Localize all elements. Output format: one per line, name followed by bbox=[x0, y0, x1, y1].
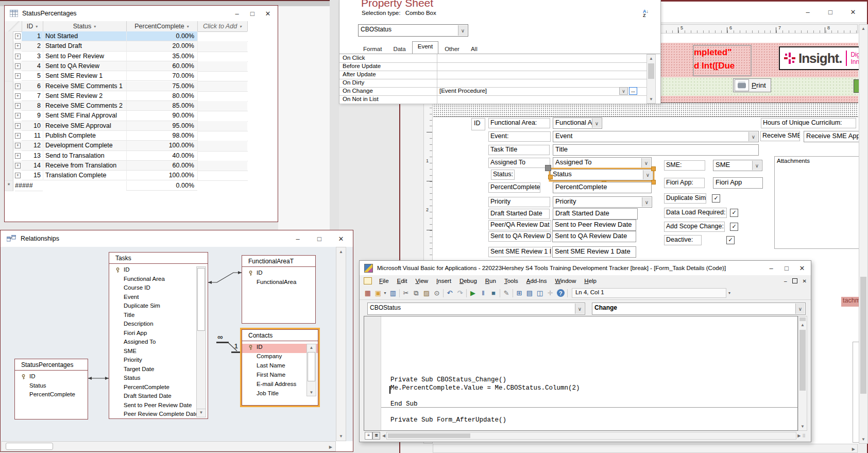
table-window-titlebar[interactable]: StatusPercentages – □ ✕ bbox=[5, 6, 278, 21]
split-handle[interactable] bbox=[799, 317, 806, 321]
rel-horizontal-scrollbar[interactable]: ▶ bbox=[1, 441, 336, 451]
field-combobox[interactable]: Functional A∨ bbox=[553, 118, 602, 129]
scroll-up-icon[interactable]: ▲ bbox=[859, 26, 867, 31]
entity-field[interactable]: Duplicate Sim bbox=[109, 303, 208, 312]
procedure-view-icon[interactable]: ≡ bbox=[365, 432, 372, 440]
tab-all[interactable]: All bbox=[466, 44, 483, 54]
entity-statuspercentages[interactable]: StatusPercentagesIDStatusPercentComplete bbox=[14, 359, 88, 420]
resize-handle[interactable] bbox=[548, 175, 553, 179]
row-selector[interactable]: * bbox=[5, 181, 13, 191]
cell-id[interactable]: 10 bbox=[22, 121, 43, 131]
vba-vertical-scrollbar[interactable]: ▲ ▼ bbox=[798, 316, 807, 431]
entity-tasks[interactable]: TasksIDFunctional AreaCourse IDEventDupl… bbox=[109, 252, 208, 419]
field-textbox[interactable]: Title bbox=[553, 144, 759, 156]
scroll-right-icon[interactable]: ▶ bbox=[852, 447, 855, 451]
row-selector[interactable] bbox=[5, 71, 13, 81]
checkbox-checked[interactable]: ✓ bbox=[730, 223, 738, 231]
entity-field[interactable]: Peer Review Complete Date bbox=[109, 411, 208, 420]
cell-status[interactable]: Receive SME Approval bbox=[43, 121, 126, 131]
cell-id[interactable]: 15 bbox=[22, 171, 43, 180]
table-row[interactable]: +11Publish Complete98.00% bbox=[5, 131, 247, 141]
scroll-down-icon[interactable]: ▼ bbox=[798, 424, 807, 429]
expand-icon[interactable]: + bbox=[15, 163, 21, 169]
design-mode-icon[interactable]: ✎ bbox=[501, 288, 512, 298]
chevron-down-icon[interactable]: ∨ bbox=[752, 161, 761, 170]
table-row[interactable]: +3Sent to Peer Review35.00% bbox=[5, 52, 247, 61]
code-line[interactable]: Me.PercentComplete.Value = Me.CBOStatus.… bbox=[390, 384, 580, 392]
field-combobox[interactable]: Assigned To∨ bbox=[553, 157, 652, 169]
menu-run[interactable]: Run bbox=[481, 276, 500, 286]
entity-field[interactable]: Status bbox=[109, 375, 208, 384]
cell-percentcomplete[interactable]: 20.00% bbox=[126, 41, 197, 51]
row-selector[interactable] bbox=[5, 161, 13, 171]
table-row[interactable]: +6Receive SME Comments 175.00% bbox=[5, 81, 247, 91]
minimize-icon[interactable]: – bbox=[290, 233, 305, 244]
cell-id[interactable]: 1 bbox=[22, 31, 43, 41]
receive-sme-textbox[interactable]: Receive SME Approval Date bbox=[804, 131, 859, 142]
cell-click-to-add[interactable] bbox=[197, 31, 248, 42]
row-selector[interactable] bbox=[5, 101, 13, 111]
entity-field[interactable]: Draft Started Date bbox=[109, 393, 208, 402]
rel-vertical-scrollbar[interactable]: ▲ ▼ bbox=[336, 247, 346, 441]
table-row[interactable]: +12Development Complete100.00% bbox=[5, 141, 247, 150]
table-new-row[interactable]: *#####0.00% bbox=[5, 181, 247, 191]
menu-insert[interactable]: Insert bbox=[432, 276, 455, 286]
scroll-up-icon[interactable]: ▲ bbox=[336, 249, 346, 254]
property-row[interactable]: After Update bbox=[339, 71, 646, 79]
cell-click-to-add[interactable] bbox=[197, 91, 248, 102]
cell-id[interactable]: 14 bbox=[22, 161, 43, 171]
table-row[interactable]: +2Started Draft20.00% bbox=[5, 41, 247, 51]
cell-status[interactable]: Sent SME Review 2 bbox=[43, 91, 126, 101]
menu-edit[interactable]: Edit bbox=[393, 276, 412, 286]
cell-id[interactable]: 11 bbox=[22, 131, 43, 141]
entity-field[interactable]: PercentComplete bbox=[109, 384, 208, 393]
cell-click-to-add[interactable] bbox=[197, 151, 248, 161]
scroll-down-icon[interactable]: ▼ bbox=[647, 97, 655, 102]
entity-field[interactable]: Title bbox=[109, 312, 208, 321]
field-combobox[interactable]: Event∨ bbox=[553, 131, 759, 142]
expand-icon[interactable]: + bbox=[15, 54, 21, 59]
menu-tools[interactable]: Tools bbox=[500, 276, 522, 286]
cell-click-to-add[interactable] bbox=[197, 81, 248, 92]
scroll-up-icon[interactable]: ▲ bbox=[307, 345, 316, 350]
project-explorer-icon[interactable]: ⊞ bbox=[514, 288, 524, 298]
cell-percentcomplete[interactable]: 80.00% bbox=[126, 91, 197, 101]
tab-event[interactable]: Event bbox=[412, 41, 438, 54]
close-icon[interactable]: ✕ bbox=[845, 6, 861, 18]
row-selector[interactable] bbox=[5, 31, 13, 42]
chevron-down-icon[interactable]: ∨ bbox=[592, 119, 601, 128]
close-icon[interactable]: ✕ bbox=[260, 8, 276, 19]
scroll-thumb[interactable] bbox=[197, 268, 205, 331]
code-line[interactable]: Private Sub CBOStatus_Change() bbox=[390, 376, 506, 383]
cell-id[interactable]: 12 bbox=[22, 141, 43, 150]
filter-arrow-icon[interactable]: ▾ bbox=[36, 24, 38, 29]
undo-icon[interactable]: ↶ bbox=[445, 288, 455, 298]
filter-arrow-icon[interactable]: ▾ bbox=[240, 24, 242, 29]
filter-arrow-icon[interactable]: ▾ bbox=[94, 24, 96, 29]
chevron-down-icon[interactable]: ∨ bbox=[795, 304, 805, 314]
maximize-icon[interactable]: □ bbox=[312, 233, 327, 244]
close-icon[interactable]: ✕ bbox=[794, 262, 810, 274]
expand-icon[interactable]: + bbox=[15, 113, 21, 119]
cell-percentcomplete[interactable]: 85.00% bbox=[126, 101, 197, 111]
expand-icon[interactable]: + bbox=[15, 123, 21, 129]
procedure-dropdown[interactable]: Change ∨ bbox=[592, 303, 806, 315]
cell-percentcomplete[interactable]: 70.00% bbox=[126, 71, 197, 81]
cell-percentcomplete[interactable]: 95.00% bbox=[126, 121, 197, 131]
entity-field[interactable]: Functional Area bbox=[109, 276, 208, 285]
row-selector[interactable] bbox=[5, 171, 13, 181]
scroll-thumb[interactable] bbox=[388, 433, 470, 438]
cell-click-to-add[interactable] bbox=[197, 131, 248, 141]
column-header-click-to-add[interactable]: Click to Add▾ bbox=[197, 21, 248, 31]
expand-icon[interactable]: + bbox=[15, 63, 21, 69]
table-row[interactable]: +10Receive SME Approval95.00% bbox=[5, 121, 247, 131]
cell-id[interactable]: ##### bbox=[15, 181, 43, 191]
az-sort-icon[interactable]: A↓Z bbox=[643, 9, 653, 20]
menu-help[interactable]: Help bbox=[580, 276, 601, 286]
field-textbox[interactable]: Sent SME Review 1 Date bbox=[552, 246, 636, 258]
resize-grip[interactable]: ⠿ bbox=[802, 433, 806, 439]
minimize-icon[interactable]: – bbox=[800, 6, 815, 18]
cell-status[interactable]: Translation Complete bbox=[43, 171, 126, 180]
expand-icon[interactable]: + bbox=[15, 43, 21, 49]
code-editor[interactable]: Private Sub CBOStatus_Change()Me.Percent… bbox=[364, 316, 798, 431]
